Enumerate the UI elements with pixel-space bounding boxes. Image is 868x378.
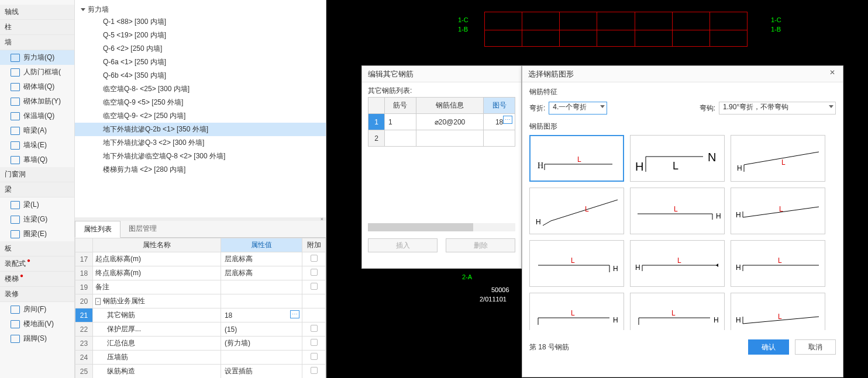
delete-button[interactable]: 删除: [446, 238, 515, 252]
shape-option[interactable]: HL: [731, 135, 825, 182]
sidebar-label: 梁(L): [23, 200, 39, 210]
property-row[interactable]: 25纵筋构造设置插筋: [75, 365, 326, 379]
sidebar-item-shearwall[interactable]: 剪力墙(Q): [0, 50, 74, 65]
tree-item[interactable]: 临空墙Q-9- <2> [250 内墙]: [75, 109, 326, 123]
hook-combo[interactable]: 1.90°弯折，不带弯钩: [719, 102, 836, 115]
cancel-button[interactable]: 取消: [795, 339, 836, 355]
property-row[interactable]: 21其它钢筋18⋯: [75, 308, 326, 322]
tree-item[interactable]: 临空墙Q-9 <5> [250 外墙]: [75, 96, 326, 109]
ok-button[interactable]: 确认: [748, 339, 789, 355]
sidebar-item-defense[interactable]: 人防门框墙(: [0, 65, 74, 79]
tree-item[interactable]: Q-6 <2> [250 内墙]: [75, 42, 326, 56]
property-row[interactable]: 18终点底标高(m)层底标高: [75, 266, 326, 280]
sidebar-label: 连梁(G): [23, 214, 47, 224]
sidebar-item-hiddenbeam[interactable]: 暗梁(A): [0, 123, 74, 138]
shape-option[interactable]: LH: [529, 293, 624, 330]
svg-text:H: H: [635, 263, 640, 272]
property-row[interactable]: 20-钢筋业务属性: [75, 294, 326, 308]
svg-text:H: H: [538, 161, 543, 170]
tree-item[interactable]: 临空墙Q-8- <25> [300 内墙]: [75, 82, 326, 96]
svg-text:L: L: [585, 205, 589, 213]
tree-header-label: 剪力墙: [88, 5, 109, 15]
shape-option[interactable]: HL: [731, 293, 825, 330]
shape-option[interactable]: HLN: [630, 135, 725, 182]
tree-item[interactable]: 地下外墙抗渗Q-3 <2> [300 外墙]: [75, 136, 326, 150]
shape-option[interactable]: HL: [731, 188, 825, 234]
svg-line-15: [551, 200, 618, 221]
tree-item[interactable]: Q-6a <1> [250 内墙]: [75, 56, 326, 69]
shape-option[interactable]: HL: [630, 188, 725, 234]
property-row[interactable]: 22保护层厚...(15): [75, 322, 326, 337]
rebar-list-label: 其它钢筋列表:: [362, 82, 521, 97]
tree-item[interactable]: Q-1 <88> [300 内墙]: [75, 15, 326, 29]
insert-button[interactable]: 插入: [368, 238, 438, 252]
cat-finish[interactable]: 装修: [0, 287, 74, 302]
close-icon[interactable]: ✕: [826, 68, 838, 80]
cat-door[interactable]: 门窗洞: [0, 167, 74, 182]
more-icon[interactable]: ⋯: [290, 310, 299, 318]
sidebar-item-coupling[interactable]: 连梁(G): [0, 212, 74, 227]
cat-assembly[interactable]: 装配式●: [0, 256, 74, 272]
svg-text:L: L: [674, 205, 678, 213]
cat-beam[interactable]: 梁: [0, 182, 74, 197]
cat-slab[interactable]: 板: [0, 241, 74, 256]
bend-label: 弯折:: [529, 103, 545, 113]
sidebar-item-ringbeam[interactable]: 圈梁(E): [0, 227, 74, 241]
svg-text:H: H: [536, 218, 541, 226]
svg-text:L: L: [671, 309, 676, 317]
shape-option[interactable]: HL: [630, 240, 725, 287]
sidebar-item-masonry[interactable]: 砌体墙(Q): [0, 79, 74, 94]
cat-column[interactable]: 柱: [0, 20, 74, 35]
tree-item[interactable]: Q-5 <19> [200 内墙]: [75, 29, 326, 42]
cat-wall[interactable]: 墙: [0, 35, 74, 50]
svg-text:N: N: [708, 151, 716, 164]
svg-text:L: L: [577, 155, 581, 164]
rebar-row[interactable]: 11⌀20@20018⋯: [368, 114, 515, 130]
property-row[interactable]: 19备注: [75, 280, 326, 294]
grid-label: 1-B: [771, 26, 781, 33]
shape-option[interactable]: LH: [529, 240, 624, 287]
col-no: 筋号: [385, 98, 416, 114]
tab-layers[interactable]: 图层管理: [120, 221, 165, 237]
property-row[interactable]: 17起点底标高(m)层底标高: [75, 252, 326, 266]
tree-header[interactable]: 剪力墙: [75, 4, 326, 15]
more-icon[interactable]: ⋯: [503, 116, 512, 124]
feature-label: 钢筋特征: [529, 87, 836, 97]
shape-option[interactable]: HL: [529, 135, 624, 182]
tree-item[interactable]: 地下外墙抗渗Q-2b <1> [350 外墙]: [75, 123, 326, 136]
shape-option[interactable]: LH: [630, 293, 725, 330]
component-tree[interactable]: 剪力墙 Q-1 <88> [300 内墙]Q-5 <19> [200 内墙]Q-…: [75, 0, 326, 217]
sidebar-item-masonry-rebar[interactable]: 砌体加筋(Y): [0, 94, 74, 109]
tree-item[interactable]: Q-6b <4> [350 内墙]: [75, 69, 326, 82]
h-scrollbar[interactable]: [368, 223, 515, 231]
tree-item[interactable]: 地下外墙抗渗临空墙Q-8 <2> [300 外墙]: [75, 150, 326, 163]
sidebar-item-insulation[interactable]: 保温墙(Q): [0, 109, 74, 123]
splitter[interactable]: ×: [75, 217, 326, 221]
sidebar-label: 砌体加筋(Y): [23, 96, 61, 106]
dialog-title: 选择钢筋图形: [522, 66, 843, 82]
bend-combo[interactable]: 4.一个弯折: [549, 102, 607, 115]
property-row[interactable]: 24压墙筋: [75, 351, 326, 365]
rebar-table[interactable]: 筋号钢筋信息图号 11⌀20@20018⋯2: [368, 97, 515, 147]
col-value: 属性值: [221, 238, 302, 252]
cat-stair[interactable]: 楼梯●: [0, 272, 74, 287]
col-shape: 图号: [484, 98, 515, 114]
sidebar-item-beam[interactable]: 梁(L): [0, 197, 74, 212]
col-info: 钢筋信息: [416, 98, 483, 114]
cat-axis[interactable]: 轴线: [0, 5, 74, 20]
svg-text:H: H: [635, 160, 643, 173]
sidebar-item-curtain[interactable]: 幕墙(Q): [0, 152, 74, 167]
rebar-row[interactable]: 2: [368, 130, 515, 147]
shape-option[interactable]: HL: [529, 188, 624, 234]
property-row[interactable]: 23汇总信息(剪力墙): [75, 337, 326, 351]
sidebar-item-skirting[interactable]: 踢脚(S): [0, 331, 74, 346]
grid-dim: 2/011101: [480, 296, 507, 303]
shape-option[interactable]: HL: [731, 240, 825, 287]
sidebar-item-pilaster[interactable]: 墙垛(E): [0, 138, 74, 152]
tree-item[interactable]: 楼梯剪力墙 <2> [280 内墙]: [75, 163, 326, 176]
tab-properties[interactable]: 属性列表: [75, 221, 120, 238]
sidebar-item-floor[interactable]: 楼地面(V): [0, 317, 74, 331]
collapse-icon: [81, 8, 85, 11]
sidebar-item-room[interactable]: 房间(F): [0, 302, 74, 317]
svg-text:L: L: [571, 256, 575, 265]
